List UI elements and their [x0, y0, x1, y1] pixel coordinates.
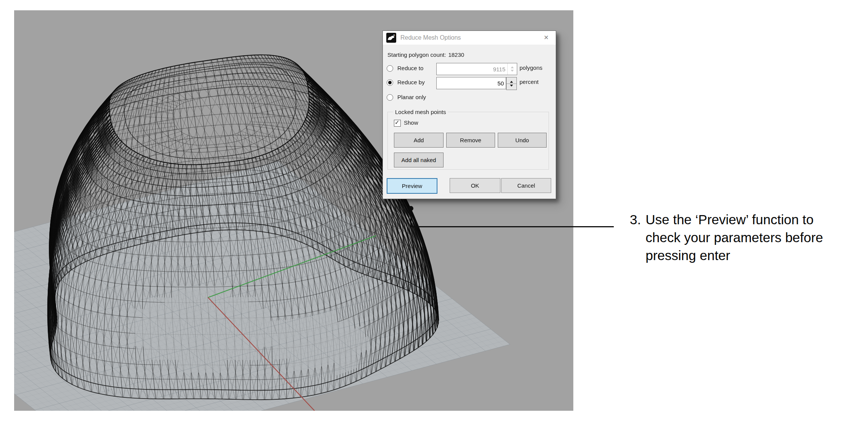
dialog-titlebar[interactable]: 6 Reduce Mesh Options ✕: [383, 31, 556, 45]
preview-button[interactable]: Preview: [387, 178, 437, 194]
reduce-to-label: Reduce to: [397, 65, 423, 71]
reduce-by-field: [436, 77, 506, 89]
locked-mesh-points-legend: Locked mesh points: [393, 109, 448, 115]
step-text-line: pressing enter: [645, 246, 823, 264]
planar-only-radio[interactable]: [387, 94, 393, 101]
percent-unit-label: percent: [520, 79, 539, 85]
reduce-to-radio[interactable]: [387, 65, 393, 72]
locked-mesh-points-group: Locked mesh points ✓ Show Add Remove Und…: [387, 112, 549, 170]
planar-only-label: Planar only: [397, 94, 426, 100]
reduce-by-spinner[interactable]: [506, 77, 517, 90]
show-checkbox[interactable]: ✓: [394, 120, 401, 127]
checkmark-icon: ✓: [395, 119, 400, 126]
spinner-up-icon[interactable]: [511, 66, 514, 68]
reduce-by-label: Reduce by: [397, 79, 425, 85]
spinner-divider: [507, 84, 516, 84]
step-text-line: Use the ‘Preview’ function to: [645, 211, 823, 228]
starting-polygon-count: Starting polygon count:18230: [387, 51, 464, 58]
undo-button[interactable]: Undo: [498, 133, 547, 148]
cancel-button[interactable]: Cancel: [501, 178, 551, 193]
reduce-to-input[interactable]: [437, 63, 507, 75]
spinner-down-icon[interactable]: [510, 85, 513, 87]
page: { "window": { "title": "Reduce Mesh Opti…: [0, 0, 868, 426]
add-button[interactable]: Add: [394, 133, 444, 148]
ok-button[interactable]: OK: [450, 178, 500, 193]
radio-selected-dot: [388, 81, 392, 84]
remove-button[interactable]: Remove: [446, 133, 495, 148]
step-number: 3.: [630, 211, 641, 264]
step-text-line: check your parameters before: [645, 228, 823, 246]
show-label: Show: [404, 119, 418, 126]
starting-polygon-value: 18230: [448, 51, 464, 58]
rhino-version-badge: 6: [393, 34, 395, 37]
reduce-by-radio[interactable]: [387, 79, 393, 86]
spinner-up-icon[interactable]: [510, 81, 513, 83]
dialog-title: Reduce Mesh Options: [400, 31, 461, 45]
close-icon[interactable]: ✕: [540, 31, 552, 45]
callout-line-horizontal: [410, 226, 614, 227]
polygons-unit-label: polygons: [520, 64, 542, 71]
reduce-mesh-options-dialog: 6 Reduce Mesh Options ✕ Starting polygon…: [382, 31, 556, 199]
spinner-down-icon[interactable]: [511, 70, 514, 72]
rhino-logo-icon: 6: [386, 33, 396, 43]
reduce-to-spinner[interactable]: [507, 63, 517, 75]
reduce-by-input[interactable]: [437, 77, 506, 89]
callout-line-vertical: [410, 210, 411, 227]
reduce-to-field: [436, 63, 517, 75]
step-text: Use the ‘Preview’ function to check your…: [645, 211, 823, 264]
step-annotation: 3. Use the ‘Preview’ function to check y…: [630, 211, 823, 264]
add-all-naked-button[interactable]: Add all naked: [394, 153, 444, 167]
starting-polygon-label: Starting polygon count:: [387, 51, 446, 58]
